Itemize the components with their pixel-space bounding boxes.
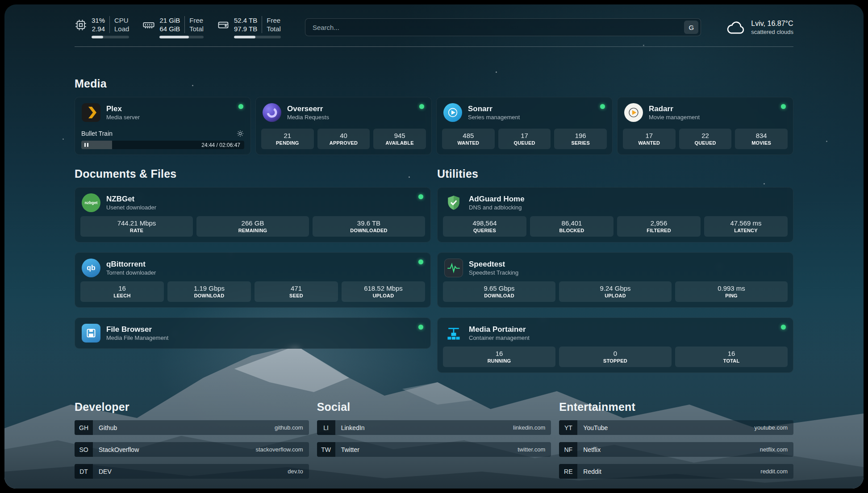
card-overseerr[interactable]: Overseerr Media Requests 21 PENDING 40 A…	[255, 97, 432, 155]
card-subtitle: Speedtest Tracking	[469, 269, 518, 276]
bookmark-linkedin[interactable]: LI LinkedIn linkedin.com	[317, 420, 551, 435]
card-subtitle: Media Requests	[287, 113, 329, 121]
stat-box: 0 STOPPED	[559, 347, 672, 367]
bookmark-youtube[interactable]: YT YouTube youtube.com	[559, 420, 793, 435]
bookmark-twitter[interactable]: TW Twitter twitter.com	[317, 442, 551, 457]
radarr-heading: Radarr Movie management	[649, 104, 700, 121]
stat-box: 22 QUEUED	[679, 129, 732, 149]
card-sonarr[interactable]: Sonarr Series management 485 WANTED 17 Q…	[436, 97, 613, 155]
stat-box: 485 WANTED	[442, 129, 495, 149]
stat-value: 2,956	[619, 219, 699, 227]
section-entertainment: Entertainment YT YouTube youtube.com NF …	[559, 401, 793, 479]
search-bar[interactable]: G	[305, 18, 701, 36]
stat-value: 39.6 TB	[314, 219, 423, 227]
bookmark-dev[interactable]: DT DEV dev.to	[75, 464, 309, 479]
card-title: Radarr	[649, 104, 700, 113]
stat-box: 744.21 Mbps RATE	[80, 216, 193, 237]
stat-box: 945 AVAILABLE	[373, 129, 426, 149]
bookmark-stackoverflow[interactable]: SO StackOverflow stackoverflow.com	[75, 442, 309, 457]
social-links: LI LinkedIn linkedin.com TW Twitter twit…	[317, 420, 551, 457]
disk-free-label: Free	[267, 16, 281, 25]
card-portainer[interactable]: Media Portainer Container management 16 …	[437, 318, 793, 373]
stat-label: WANTED	[444, 140, 493, 146]
status-dot	[419, 104, 424, 109]
cpu-load-value: 2.94	[92, 25, 105, 33]
overseerr-icon	[263, 103, 281, 122]
bookmark-name: StackOverflow	[99, 446, 139, 453]
stat-value: 47.569 ms	[706, 219, 786, 227]
card-subtitle: Series management	[468, 113, 520, 121]
card-title: Media Portainer	[469, 325, 530, 334]
card-qbittorrent[interactable]: qb qBittorrent Torrent downloader 16	[75, 252, 431, 308]
stat-label: TOTAL	[677, 358, 786, 364]
playback-progress-bar[interactable]: 24:44 / 02:06:47	[81, 141, 244, 149]
cpu-percent: 31%	[92, 16, 105, 25]
search-input[interactable]	[312, 23, 684, 32]
bookmark-url: linkedin.com	[513, 424, 551, 431]
section-social: Social LI LinkedIn linkedin.com TW Twitt…	[317, 401, 551, 457]
adguard-icon	[444, 193, 463, 212]
stat-value: 17	[500, 131, 549, 140]
stat-label: STOPPED	[561, 358, 670, 364]
nzbget-heading: NZBGet Usenet downloader	[106, 194, 156, 211]
status-dot	[418, 194, 423, 199]
card-speedtest[interactable]: Speedtest Speedtest Tracking 9.65 Gbps D…	[437, 252, 793, 308]
card-radarr[interactable]: Radarr Movie management 17 WANTED 22 QUE…	[617, 97, 793, 155]
weather-location: Lviv, 16.87°C	[751, 19, 793, 28]
pause-icon[interactable]	[84, 143, 88, 147]
card-subtitle: Media server	[106, 113, 140, 121]
stat-label: FILTERED	[619, 227, 699, 234]
dashboard-content: Media Plex Media server	[4, 77, 864, 479]
card-nzbget[interactable]: nzbget NZBGet Usenet downloader 744.21 M…	[75, 187, 431, 242]
radarr-icon	[624, 103, 643, 122]
bookmark-abbr: DT	[75, 464, 93, 479]
card-subtitle: Media File Management	[106, 334, 168, 342]
radarr-stats: 17 WANTED 22 QUEUED 834 MOVIES	[618, 129, 793, 155]
system-stats: 31% 2.94 CPU Load	[75, 16, 281, 38]
card-plex[interactable]: Plex Media server Bullet Train	[75, 97, 251, 155]
stat-box: 2,956 FILTERED	[617, 216, 701, 237]
stat-box: 0.993 ms PING	[675, 281, 788, 302]
stat-label: QUEUED	[681, 140, 730, 146]
stat-label: DOWNLOAD	[169, 292, 249, 299]
bookmark-abbr: GH	[75, 420, 93, 435]
disk-usage-bar	[234, 36, 281, 38]
card-subtitle: Usenet downloader	[106, 204, 156, 211]
card-title: File Browser	[106, 325, 168, 334]
card-adguard[interactable]: AdGuard Home DNS and adblocking 498,564 …	[437, 187, 793, 242]
status-dot	[781, 104, 786, 109]
qbittorrent-icon: qb	[82, 259, 100, 277]
card-filebrowser[interactable]: File Browser Media File Management	[75, 318, 431, 349]
bookmark-abbr: NF	[559, 442, 577, 457]
stat-value: 9.24 Gbps	[561, 284, 670, 292]
qbittorrent-stats: 16 LEECH 1.19 Gbps DOWNLOAD 471 SEED	[75, 281, 430, 307]
search-engine-badge[interactable]: G	[684, 21, 698, 34]
bookmark-github[interactable]: GH Github github.com	[75, 420, 309, 435]
stat-value: 0	[561, 349, 670, 358]
card-title: Speedtest	[469, 259, 518, 269]
qbittorrent-heading: qBittorrent Torrent downloader	[106, 259, 156, 276]
gear-icon[interactable]	[236, 130, 244, 138]
plex-now-playing: Bullet Train 24:44 / 02:06:47	[75, 130, 250, 155]
stat-value: 1.19 Gbps	[169, 284, 249, 292]
stat-value: 16	[677, 349, 786, 358]
stat-box: 266 GB REMAINING	[196, 216, 309, 237]
ram-total-value: 64 GiB	[159, 25, 180, 33]
cpu-usage-fill	[92, 36, 103, 38]
stat-box: 16 TOTAL	[675, 347, 788, 367]
bookmark-netflix[interactable]: NF Netflix netflix.com	[559, 442, 793, 457]
stat-value: 21	[263, 131, 312, 140]
stat-value: 16	[82, 284, 162, 292]
stat-label: BLOCKED	[532, 227, 612, 234]
card-title: NZBGet	[106, 194, 156, 204]
disk-total-value: 97.9 TB	[234, 25, 257, 33]
stat-label: LATENCY	[706, 227, 786, 234]
sonarr-heading: Sonarr Series management	[468, 104, 520, 121]
ram-readout: 21 GiB 64 GiB Free Total	[159, 16, 204, 38]
bookmark-name: Twitter	[341, 446, 359, 453]
overseerr-heading: Overseerr Media Requests	[287, 104, 329, 121]
section-developer: Developer GH Github github.com SO StackO…	[75, 401, 309, 479]
section-utilities: Utilities AdGuard Home DNS and adblockin…	[437, 167, 793, 373]
bookmark-reddit[interactable]: RE Reddit reddit.com	[559, 464, 793, 479]
section-title-entertainment: Entertainment	[559, 401, 793, 414]
